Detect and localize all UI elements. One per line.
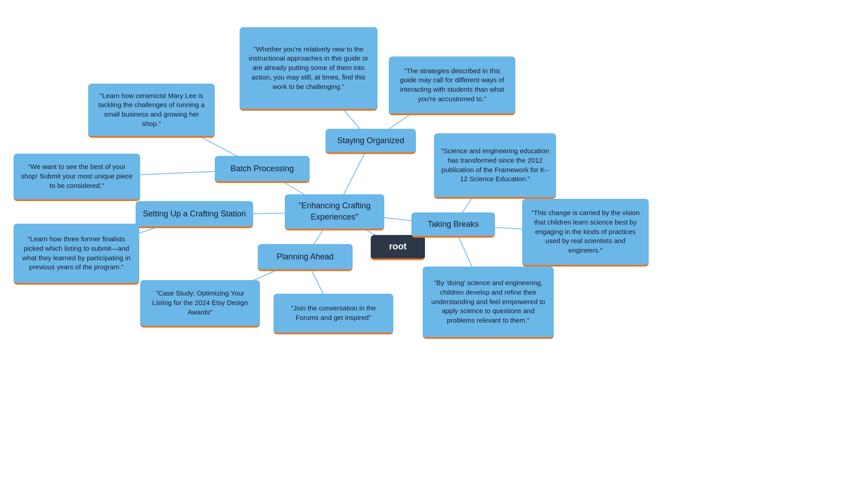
- node-quote9[interactable]: "This change is carried by the vision th…: [522, 199, 649, 267]
- mind-map-canvas: root"Enhancing Crafting Experiences"Stay…: [0, 0, 868, 488]
- node-setting-up[interactable]: Setting Up a Crafting Station: [136, 201, 253, 228]
- node-quote4[interactable]: "We want to see the best of your shop! S…: [14, 154, 140, 201]
- node-quote1[interactable]: "Whether you're relatively new to the in…: [240, 27, 377, 111]
- node-quote10[interactable]: "By 'doing' science and engineering, chi…: [423, 267, 554, 339]
- node-quote3[interactable]: "Learn how ceramicist Mary Lee is tackli…: [88, 84, 215, 138]
- node-enhancing[interactable]: "Enhancing Crafting Experiences": [285, 194, 384, 230]
- node-taking-breaks[interactable]: Taking Breaks: [411, 212, 495, 238]
- node-planning-ahead[interactable]: Planning Ahead: [258, 244, 353, 271]
- node-quote8[interactable]: "Science and engineering education has t…: [434, 133, 556, 199]
- node-quote5[interactable]: "Learn how three former finalists picked…: [14, 224, 139, 285]
- node-staying-organized[interactable]: Staying Organized: [326, 129, 416, 154]
- node-quote7[interactable]: "Join the conversation in the Forums and…: [274, 294, 393, 334]
- node-batch-processing[interactable]: Batch Processing: [215, 156, 310, 183]
- node-quote2[interactable]: "The strategies described in this guide …: [389, 56, 515, 115]
- node-quote6[interactable]: "Case Study: Optimizing Your Listing for…: [140, 280, 260, 328]
